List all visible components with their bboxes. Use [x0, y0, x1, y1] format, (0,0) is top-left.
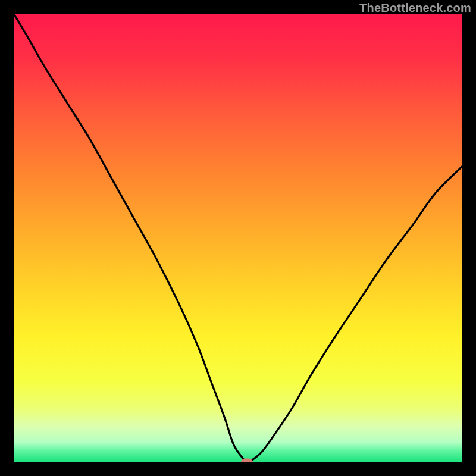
chart-container: TheBottleneck.com — [0, 0, 476, 476]
background-gradient — [14, 14, 462, 462]
svg-rect-0 — [14, 14, 462, 462]
plot-area — [14, 14, 462, 462]
bottleneck-marker — [241, 459, 253, 463]
attribution-text: TheBottleneck.com — [359, 1, 471, 15]
